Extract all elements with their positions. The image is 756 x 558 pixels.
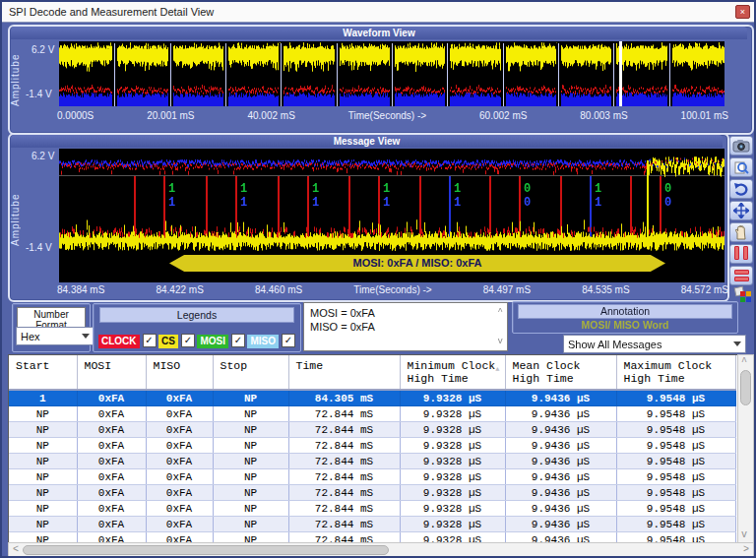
table-row[interactable]: NP0xFA0xFANP72.844 mS9.9328 µS9.9436 µS9… <box>9 422 735 438</box>
hand-button[interactable] <box>729 222 753 242</box>
table-row[interactable]: NP0xFA0xFANP72.844 mS9.9328 µS9.9436 µS9… <box>9 438 735 454</box>
table-cell: 0xFA <box>146 406 213 422</box>
table-cell: 84.305 mS <box>288 390 400 406</box>
legend-item-mosi: MOSI✓ <box>197 331 245 348</box>
message-banner[interactable]: MOSI: 0xFA / MISO: 0xFA <box>169 255 665 272</box>
table-cell: 9.9436 µS <box>505 485 616 501</box>
pan-button[interactable] <box>729 201 753 220</box>
number-format-value: Hex <box>21 331 40 342</box>
table-row[interactable]: 10xFA0xFANP84.305 mS9.9328 µS9.9436 µS9.… <box>9 390 735 406</box>
table-cell: 9.9328 µS <box>400 390 505 406</box>
table-cell: NP <box>9 469 77 485</box>
mosi-bit: 1 <box>240 183 247 195</box>
table-cell: NP <box>213 501 288 517</box>
column-header[interactable]: MISO <box>146 355 213 390</box>
table-cell: 9.9436 µS <box>505 501 616 517</box>
scroll-left-icon[interactable]: < <box>10 544 22 556</box>
table-cell: 0xFA <box>77 454 146 469</box>
table-cell: 72.844 mS <box>288 517 400 532</box>
table-cell: NP <box>213 422 288 438</box>
message-summary-line2: MISO = 0xFA <box>310 320 489 334</box>
waveform-plot[interactable] <box>59 41 724 106</box>
horizontal-cursors-button[interactable] <box>729 266 753 285</box>
miso-bit: 0 <box>524 197 531 209</box>
legend-checkbox[interactable]: ✓ <box>181 334 195 347</box>
message-view-title: Message View <box>11 135 723 148</box>
scroll-right-icon[interactable]: > <box>740 544 752 556</box>
zoom-button[interactable] <box>729 157 753 177</box>
vertical-scroll-thumb[interactable] <box>740 370 751 405</box>
table-cell: 9.9328 µS <box>400 469 505 485</box>
measurement-table: StartMOSIMISOStopTimeMinimum Clock High … <box>8 354 738 542</box>
table-cell: 0xFA <box>77 469 146 485</box>
table-cell: 0xFA <box>146 390 213 406</box>
scroll-down-icon[interactable]: v <box>738 529 750 541</box>
message-x-axis: 84.384 mS84.422 mS84.460 mSTime(Seconds)… <box>57 284 728 295</box>
legends-title: Legends <box>99 307 294 323</box>
column-header[interactable]: Mean Clock High Time <box>505 355 616 390</box>
table-cell: 9.9436 µS <box>505 406 616 422</box>
table-cell: 0xFA <box>146 454 213 469</box>
table-row[interactable]: NP0xFA0xFANP72.844 mS9.9328 µS9.9436 µS9… <box>9 485 735 501</box>
table-row[interactable]: NP0xFA0xFANP72.844 mS9.9328 µS9.9436 µS9… <box>9 406 735 422</box>
table-cell: 0xFA <box>146 469 213 485</box>
message-summary-box[interactable]: MOSI = 0xFA MISO = 0xFA ^ v <box>303 302 508 351</box>
table-row[interactable]: NP0xFA0xFANP72.844 mS9.9328 µS9.9436 µS9… <box>9 532 735 543</box>
miso-bit: 1 <box>168 197 175 209</box>
message-y-axis-label: Amplitube <box>10 177 21 246</box>
camera-button[interactable] <box>729 136 753 155</box>
column-header[interactable]: Start <box>9 355 77 390</box>
x-tick-label: 84.460 mS <box>255 284 302 295</box>
scroll-down-icon[interactable]: v <box>498 338 503 346</box>
table-vertical-scrollbar[interactable]: ^ v <box>737 354 754 543</box>
x-tick-label: 84.535 mS <box>582 284 629 295</box>
x-tick-label: 0.0000S <box>57 110 94 121</box>
table-cell: 9.9548 µS <box>616 517 735 532</box>
column-header[interactable]: Minimum Clock High Time▲ <box>400 355 505 390</box>
table-cell: 9.9328 µS <box>400 438 505 454</box>
table-cell: 72.844 mS <box>288 485 400 501</box>
table-row[interactable]: NP0xFA0xFANP72.844 mS9.9328 µS9.9436 µS9… <box>9 501 735 517</box>
horizontal-cursors-icon <box>734 268 749 283</box>
horizontal-scroll-thumb[interactable] <box>23 545 389 555</box>
chevron-down-icon <box>82 334 90 339</box>
table-cell: NP <box>213 485 288 501</box>
table-row[interactable]: NP0xFA0xFANP72.844 mS9.9328 µS9.9436 µS9… <box>9 454 735 469</box>
legends-group: Legends CLOCK✓CS✓MOSI✓MISO✓ <box>93 303 301 352</box>
close-button[interactable]: × <box>735 5 750 19</box>
scroll-up-icon[interactable]: ^ <box>738 356 750 368</box>
scroll-up-icon[interactable]: ^ <box>498 308 503 317</box>
column-header[interactable]: MOSI <box>77 355 146 390</box>
x-tick-label: 84.572 mS <box>681 284 728 295</box>
table-cell: NP <box>213 438 288 454</box>
x-tick-label: Time(Seconds) -> <box>353 284 431 295</box>
legend-checkbox[interactable]: ✓ <box>143 334 157 347</box>
table-row[interactable]: NP0xFA0xFANP72.844 mS9.9328 µS9.9436 µS9… <box>9 469 735 485</box>
table-cell: 0xFA <box>146 501 213 517</box>
legend-chip: MOSI <box>197 335 228 348</box>
table-cell: 9.9436 µS <box>505 390 616 406</box>
legend-checkbox[interactable]: ✓ <box>282 334 295 347</box>
table-horizontal-scrollbar[interactable]: < > <box>8 542 754 558</box>
mosi-bit: 1 <box>312 183 319 195</box>
waveform-y-tick-bottom: -1.4 V <box>26 89 52 99</box>
vertical-cursors-button[interactable] <box>729 244 753 264</box>
table-cell: 0xFA <box>146 438 213 454</box>
column-header[interactable]: Stop <box>213 355 288 390</box>
legend-chip: CLOCK <box>98 335 140 348</box>
x-tick-label: 60.002 mS <box>479 110 527 121</box>
table-cell: 72.844 mS <box>288 422 400 438</box>
table-cell: 72.844 mS <box>288 454 400 469</box>
mosi-bit: 1 <box>168 183 175 195</box>
table-cell: NP <box>213 517 288 532</box>
message-filter-select[interactable]: Show All Messages <box>563 335 746 353</box>
table-cell: 0xFA <box>146 532 213 543</box>
number-format-select[interactable]: Hex <box>16 327 94 345</box>
undo-button[interactable] <box>729 179 753 199</box>
column-header[interactable]: Time <box>288 355 400 390</box>
column-header[interactable]: Maximum Clock High Time <box>616 355 735 390</box>
sort-ascending-icon: ▲ <box>495 365 499 373</box>
waveform-y-tick-top: 6.2 V <box>32 44 54 55</box>
table-row[interactable]: NP0xFA0xFANP72.844 mS9.9328 µS9.9436 µS9… <box>9 517 735 532</box>
legend-checkbox[interactable]: ✓ <box>231 334 245 347</box>
